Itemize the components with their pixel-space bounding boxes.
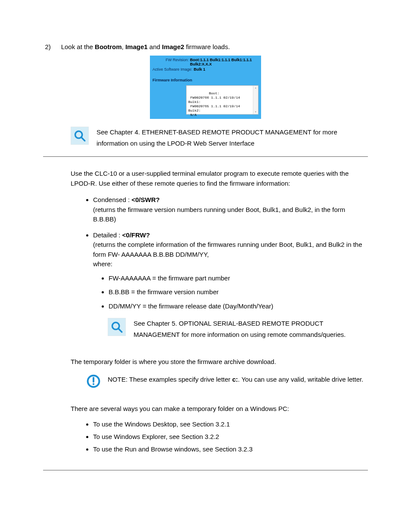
way-run-browse: To use the Run and Browse windows, see S… xyxy=(93,445,368,453)
step-2-line: 2) Look at the Bootrom, Image1 and Image… xyxy=(43,43,368,50)
fw-revision-label: FW Revision: xyxy=(153,58,190,66)
step-text-pre: Look at the xyxy=(61,43,95,50)
active-image-label: Active Software Image: xyxy=(153,67,194,72)
way-explorer: To use Windows Explorer, see Section 3.2… xyxy=(93,433,368,440)
firmware-info-text: Boot: FW0020766 1.1.1 02/19/14 Bulk1: FW… xyxy=(188,91,240,117)
scroll-up-icon[interactable]: ▴ xyxy=(255,86,257,90)
step-bootrom: Bootrom xyxy=(95,43,122,50)
note-text: NOTE: These examples specify drive lette… xyxy=(108,374,363,385)
svg-line-1 xyxy=(81,137,85,141)
alert-icon xyxy=(86,374,101,389)
step-number: 2) xyxy=(43,43,59,50)
sub-fw-version: B.B.BB = the firmware version number xyxy=(109,287,368,297)
magnify-icon xyxy=(71,127,89,145)
item-detailed: Detailed : <0/FRW? (returns the complete… xyxy=(93,230,368,311)
svg-line-3 xyxy=(118,329,122,332)
desc-condensed: (returns the firmware version numbers ru… xyxy=(93,206,345,223)
callout-chapter-5: See Chapter 5. OPTIONAL SERIAL-BASED REM… xyxy=(134,318,368,340)
firmware-info-textarea[interactable]: Boot: FW0020766 1.1.1 02/19/14 Bulk1: FW… xyxy=(186,85,258,115)
sub-fw-date: DD/MM/YY = the firmware release date (Da… xyxy=(109,302,368,311)
para-ways: There are several ways you can make a te… xyxy=(71,404,368,414)
step-text-post: firmware loads. xyxy=(184,43,230,50)
step-image2: Image2 xyxy=(162,43,184,50)
scroll-down-icon[interactable]: ▾ xyxy=(255,110,257,114)
cmd-swr: <0/SWR? xyxy=(131,196,159,203)
section-divider xyxy=(43,156,368,157)
cmd-frw: <0/FRW? xyxy=(122,231,150,239)
item-condensed: Condensed : <0/SWR? (returns the firmwar… xyxy=(93,195,368,224)
sub-fw-part: FW-AAAAAAA = the firmware part number xyxy=(109,274,368,283)
active-image-value: Bulk 1 xyxy=(194,67,206,72)
firmware-panel: FW Revision: Boot:1.1.1 Bulk1:1.1.1 Bulk… xyxy=(150,56,261,119)
fw-revision-value: Boot:1.1.1 Bulk1:1.1.1 Bulk1:1.1.1 Bulk2… xyxy=(190,58,258,66)
svg-point-6 xyxy=(93,383,94,385)
scrollbar[interactable]: ▴ ▾ xyxy=(253,86,258,114)
way-desktop: To use the Windows Desktop, see Section … xyxy=(93,420,368,428)
page-footer-rule xyxy=(43,470,368,470)
callout-chapter-4: See Chapter 4. ETHERNET-BASED REMOTE PRO… xyxy=(97,127,368,149)
where-label: where: xyxy=(93,260,112,268)
desc-detailed: (returns the complete information of the… xyxy=(93,241,362,258)
magnify-icon xyxy=(108,318,126,336)
para-clc10: Use the CLC-10 or a user-supplied termin… xyxy=(71,169,368,188)
firmware-info-heading: Firmware Information xyxy=(150,76,261,84)
step-image1: Image1 xyxy=(125,43,148,50)
para-temp-folder: The temporary folder is where you store … xyxy=(71,357,368,367)
drive-letter: c: xyxy=(232,376,238,383)
